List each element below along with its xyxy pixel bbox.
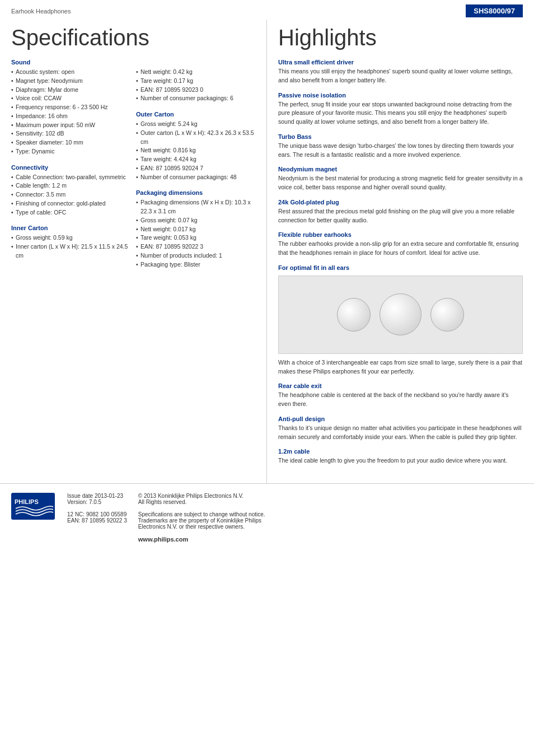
spec-section-sound: Sound Acoustic system: openMagnet type: … [11,59,130,156]
highlight-title-anti-pull: Anti-pull design [278,416,523,422]
header: Earhook Headphones SHS8000/97 [0,0,534,20]
highlight-section-optimal-fit: For optimal fit in all earsWith a choice… [278,264,523,376]
footer-right-meta: © 2013 Koninklijke Philips Electronics N… [138,493,265,543]
list-item: Sensitivity: 102 dB [11,129,130,138]
consumer-list: Nett weight: 0.42 kgTare weight: 0.17 kg… [136,68,255,103]
footer: PHILIPS Issue date 2013-01-23 Version: 7… [0,483,534,552]
page: Earhook Headphones SHS8000/97 Specificat… [0,0,534,756]
highlight-section-passive-noise: Passive noise isolationThe perfect, snug… [278,92,523,127]
highlights-column: Highlights Ultra small efficient driverT… [267,20,534,483]
model-badge: SHS8000/97 [466,4,523,17]
list-item: Connector: 3.5 mm [11,190,130,199]
list-item: Number of products included: 1 [136,251,255,260]
specs-left: Sound Acoustic system: openMagnet type: … [11,59,130,277]
highlight-section-gold-plated-plug: 24k Gold-plated plugRest assured that th… [278,199,523,225]
list-item: Cable length: 1.2 m [11,181,130,190]
highlight-title-passive-noise: Passive noise isolation [278,92,523,99]
highlight-title-neodymium-magnet: Neodymium magnet [278,166,523,172]
packaging-dims-list: Packaging dimensions (W x H x D): 10.3 x… [136,198,255,269]
highlight-title-rear-cable: Rear cable exit [278,382,523,389]
list-item: Outer carton (L x W x H): 42.3 x 26.3 x … [136,129,255,147]
list-item: Magnet type: Neodymium [11,77,130,86]
highlight-section-rear-cable: Rear cable exitThe headphone cable is ce… [278,382,523,409]
list-item: Speaker diameter: 10 mm [11,138,130,147]
ear-cap-2 [430,298,464,332]
inner-carton-title: Inner Carton [11,225,130,231]
highlight-title-optimal-fit: For optimal fit in all ears [278,264,523,271]
ear-cap-0 [337,298,371,332]
svg-text:PHILIPS: PHILIPS [15,498,39,505]
list-item: Gross weight: 0.07 kg [136,216,255,225]
highlight-title-ultra-small: Ultra small efficient driver [278,59,523,66]
list-item: Maximum power input: 50 mW [11,121,130,130]
specs-right: x Nett weight: 0.42 kgTare weight: 0.17 … [136,59,255,277]
list-item: Nett weight: 0.017 kg [136,225,255,234]
highlight-text-passive-noise: The perfect, snug fit inside your ear st… [278,100,523,127]
packaging-dims-title: Packaging dimensions [136,189,255,196]
list-item: EAN: 87 10895 92022 3 [136,242,255,251]
list-item: Diaphragm: Mylar dome [11,86,130,95]
list-item: EAN: 87 10895 92023 0 [136,86,255,95]
list-item: Cable Connection: two-parallel, symmetri… [11,173,130,182]
list-item: Acoustic system: open [11,68,130,77]
nc-ean: 12 NC: 9082 100 05589 EAN: 87 10895 9202… [67,511,127,524]
sound-title: Sound [11,59,130,66]
highlights-title: Highlights [278,25,523,50]
ear-caps-group [337,293,464,335]
list-item: Number of consumer packagings: 6 [136,94,255,103]
outer-carton-list: Gross weight: 5.24 kgOuter carton (L x W… [136,120,255,181]
sound-list: Acoustic system: openMagnet type: Neodym… [11,68,130,156]
spec-section-outer-carton: Outer Carton Gross weight: 5.24 kgOuter … [136,111,255,181]
specs-layout: Sound Acoustic system: openMagnet type: … [11,59,255,277]
ear-caps-image [278,276,523,354]
list-item: Finishing of connector: gold-plated [11,199,130,208]
specifications-column: Specifications Sound Acoustic system: op… [0,20,267,483]
list-item: Tare weight: 0.053 kg [136,234,255,242]
highlight-text-neodymium-magnet: Neodynium is the best material for produ… [278,174,523,192]
legal-text: Specifications are subject to change wit… [138,511,265,530]
highlight-title-flexible-rubber: Flexible rubber earhooks [278,231,523,238]
main-content: Specifications Sound Acoustic system: op… [0,20,534,483]
highlight-text-optimal-fit: With a choice of 3 interchangeable ear c… [278,358,523,376]
list-item: Type of cable: OFC [11,208,130,217]
highlight-text-anti-pull: Thanks to it's unique design no matter w… [278,424,523,442]
footer-meta: Issue date 2013-01-23 Version: 7.0.5 12 … [67,493,523,543]
highlight-text-rear-cable: The headphone cable is centered at the b… [278,391,523,409]
list-item: Gross weight: 0.59 kg [11,234,130,242]
inner-carton-list: Gross weight: 0.59 kgInner carton (L x W… [11,234,130,260]
issue-date: Issue date 2013-01-23 [67,493,127,499]
ear-cap-1 [380,293,421,335]
specifications-title: Specifications [11,25,255,50]
highlight-section-anti-pull: Anti-pull designThanks to it's unique de… [278,416,523,442]
list-item: Packaging type: Blister [136,260,255,269]
highlights-list: Ultra small efficient driverThis means y… [278,59,523,465]
outer-carton-title: Outer Carton [136,111,255,118]
highlight-text-turbo-bass: The unique bass wave design 'turbo-charg… [278,142,523,160]
product-type: Earhook Headphones [11,8,71,15]
footer-info: Issue date 2013-01-23 Version: 7.0.5 12 … [67,493,523,543]
version: Version: 7.0.5 [67,499,127,505]
highlight-title-turbo-bass: Turbo Bass [278,133,523,140]
highlight-section-neodymium-magnet: Neodymium magnetNeodynium is the best ma… [278,166,523,192]
list-item: Number of consumer packagings: 48 [136,173,255,182]
list-item: Gross weight: 5.24 kg [136,120,255,129]
spec-section-packaging-dims: Packaging dimensions Packaging dimension… [136,189,255,269]
highlight-text-flexible-rubber: The rubber earhooks provide a non-slip g… [278,240,523,258]
footer-left-meta: Issue date 2013-01-23 Version: 7.0.5 12 … [67,493,127,543]
spec-section-consumer: x Nett weight: 0.42 kgTare weight: 0.17 … [136,59,255,103]
highlight-text-cable-length: The ideal cable length to give you the f… [278,456,523,465]
list-item: Tare weight: 0.17 kg [136,77,255,86]
highlight-text-ultra-small: This means you still enjoy the headphone… [278,67,523,85]
list-item: Inner carton (L x W x H): 21.5 x 11.5 x … [11,242,130,260]
list-item: Nett weight: 0.816 kg [136,146,255,155]
highlight-section-cable-length: 1.2m cableThe ideal cable length to give… [278,448,523,465]
connectivity-title: Connectivity [11,164,130,171]
list-item: Packaging dimensions (W x H x D): 10.3 x… [136,198,255,216]
spec-section-inner-carton: Inner Carton Gross weight: 0.59 kgInner … [11,225,130,260]
highlight-text-gold-plated-plug: Rest assured that the precious metal gol… [278,207,523,225]
highlight-section-turbo-bass: Turbo BassThe unique bass wave design 't… [278,133,523,160]
list-item: EAN: 87 10895 92024 7 [136,164,255,173]
list-item: Nett weight: 0.42 kg [136,68,255,77]
highlight-title-cable-length: 1.2m cable [278,448,523,455]
philips-logo: PHILIPS [11,493,56,522]
